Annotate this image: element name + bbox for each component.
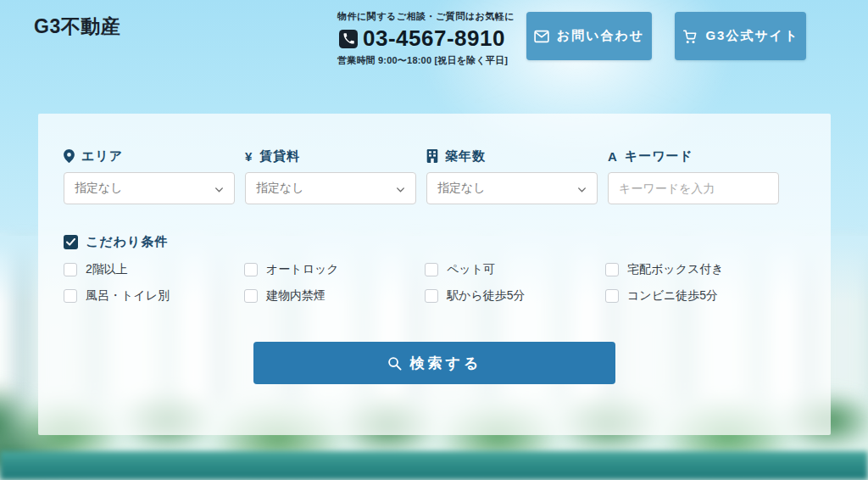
building-age-label-text: 築年数 [445,148,486,165]
building-icon [426,149,438,163]
checkbox-box[interactable] [244,263,258,276]
business-hours: 営業時間 9:00〜18:00 [祝日を除く平日] [337,54,507,67]
checkbox-5min-station[interactable]: 駅から徒歩5分 [425,287,605,304]
location-pin-icon [64,149,75,163]
chevron-down-icon [395,184,406,195]
checkbox-separate-bath-toilet[interactable]: 風呂・トイレ別 [64,287,244,304]
search-card: エリア 指定なし ¥ 賃貸料 指定なし [38,114,831,435]
rent-select-value: 指定なし [256,181,304,196]
cart-icon [682,29,698,44]
search-button-label: 検索する [410,354,482,373]
conditions-grid: 2階以上 オートロック ペット可 宅配ボックス付き 風呂・トイレ別 建物内禁煙 [64,261,805,304]
conditions-title-row: こだわり条件 [64,233,805,250]
phone-number-row: 03-4567-8910 [337,25,507,52]
phone-number[interactable]: 03-4567-8910 [363,25,505,52]
search-fields-row: エリア 指定なし ¥ 賃貸料 指定なし [64,148,805,204]
checkbox-auto-lock[interactable]: オートロック [244,261,425,278]
checkbox-box[interactable] [64,289,77,303]
building-age-select-value: 指定なし [437,181,486,196]
area-select-value: 指定なし [75,181,123,196]
area-label-text: エリア [81,148,123,165]
field-area: エリア 指定なし [64,148,235,204]
conditions-title: こだわり条件 [86,234,168,250]
building-age-select[interactable]: 指定なし [426,172,598,204]
field-building-age: 築年数 指定なし [426,148,598,204]
phone-icon [339,30,358,48]
search-icon [387,356,402,371]
checkbox-box[interactable] [605,263,619,276]
checkbox-2nd-floor-up[interactable]: 2階以上 [64,261,244,278]
chevron-down-icon [576,184,587,195]
checkbox-box[interactable] [244,289,258,303]
header: G3不動産 物件に関するご相談・ご質問はお気軽に 03-4567-8910 営業… [0,0,868,76]
checkbox-box[interactable] [605,289,619,303]
checkbox-no-smoking[interactable]: 建物内禁煙 [244,287,425,304]
keyword-label-text: キーワード [625,148,693,165]
checkbox-box[interactable] [425,263,438,276]
field-rent: ¥ 賃貸料 指定なし [245,148,416,204]
official-site-button[interactable]: G3公式サイト [675,12,806,60]
rent-select[interactable]: 指定なし [245,172,416,204]
contact-button[interactable]: お問い合わせ [526,12,652,60]
keyword-label: A キーワード [608,148,779,165]
checkbox-pets-allowed[interactable]: ペット可 [425,261,605,278]
field-keyword: A キーワード [608,148,779,204]
contact-tagline: 物件に関するご相談・ご質問はお気軽に [337,10,507,23]
checkbox-5min-convenience[interactable]: コンビニ徒歩5分 [605,287,786,304]
envelope-icon [534,30,549,43]
yen-icon: ¥ [245,149,253,164]
page: G3不動産 物件に関するご相談・ご質問はお気軽に 03-4567-8910 営業… [0,0,868,480]
checkbox-box[interactable] [64,263,77,276]
rent-label-text: 賃貸料 [259,148,300,165]
rent-label: ¥ 賃貸料 [245,148,416,165]
chevron-down-icon [214,184,225,195]
contact-button-label: お問い合わせ [557,28,644,44]
checkbox-box[interactable] [425,289,438,303]
contact-block: 物件に関するご相談・ご質問はお気軽に 03-4567-8910 営業時間 9:0… [337,10,507,67]
checked-checkbox-icon[interactable] [64,235,78,249]
site-logo[interactable]: G3不動産 [34,14,120,40]
search-button[interactable]: 検索する [253,342,615,384]
keyword-input[interactable] [608,172,779,204]
area-label: エリア [64,148,235,165]
building-age-label: 築年数 [426,148,598,165]
letter-a-icon: A [608,149,618,164]
water-background [0,451,868,480]
area-select[interactable]: 指定なし [64,172,235,204]
official-site-button-label: G3公式サイト [705,28,798,44]
checkbox-delivery-box[interactable]: 宅配ボックス付き [605,261,786,278]
